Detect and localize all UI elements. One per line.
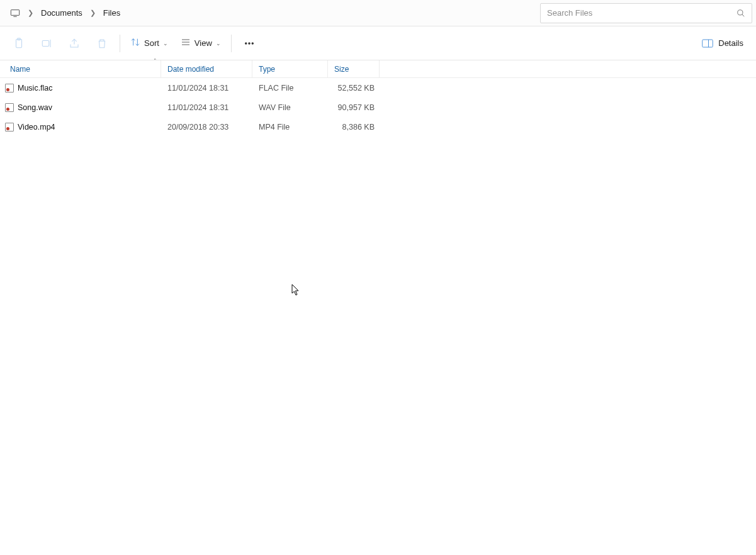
share-button	[60, 31, 88, 56]
view-label: View	[195, 38, 212, 48]
view-button[interactable]: View ⌄	[174, 31, 227, 56]
file-date: 11/01/2024 18:31	[161, 84, 252, 92]
media-file-icon	[5, 123, 14, 132]
chevron-right-icon[interactable]: ❯	[87, 0, 98, 26]
delete-button	[88, 31, 116, 56]
svg-rect-4	[16, 39, 22, 48]
file-row[interactable]: Video.mp4 20/09/2018 20:33 MP4 File 8,38…	[0, 117, 756, 137]
breadcrumb-item[interactable]: Documents	[36, 0, 87, 26]
toolbar-separator	[231, 35, 232, 52]
column-label: Size	[334, 65, 349, 74]
search-input[interactable]	[547, 8, 736, 18]
svg-line-3	[742, 14, 745, 16]
this-pc-icon[interactable]	[5, 0, 25, 26]
column-label: Name	[10, 65, 30, 74]
breadcrumb-item[interactable]: Files	[98, 0, 125, 26]
media-file-icon	[5, 84, 14, 92]
sort-ascending-icon: ˄	[154, 58, 157, 64]
sort-button[interactable]: Sort ⌄	[124, 31, 174, 56]
column-header-type[interactable]: Type	[252, 60, 328, 77]
file-type: FLAC File	[252, 84, 328, 92]
chevron-down-icon: ⌄	[163, 40, 168, 47]
file-size: 8,386 KB	[328, 123, 380, 132]
breadcrumb-label: Files	[103, 8, 120, 18]
file-type: WAV File	[252, 103, 328, 112]
svg-rect-14	[702, 40, 713, 47]
file-type: MP4 File	[252, 123, 328, 132]
svg-point-12	[249, 42, 250, 43]
chevron-down-icon: ⌄	[216, 40, 221, 47]
file-date: 11/01/2024 18:31	[161, 103, 252, 112]
list-icon	[181, 37, 191, 49]
details-label: Details	[718, 38, 743, 48]
file-row[interactable]: Song.wav 11/01/2024 18:31 WAV File 90,95…	[0, 98, 756, 117]
column-header-name[interactable]: Name ˄	[0, 60, 161, 77]
paste-button	[5, 31, 33, 56]
address-bar: ❯ Documents ❯ Files	[0, 0, 756, 26]
cursor-icon	[291, 284, 300, 296]
file-size: 90,957 KB	[328, 103, 380, 112]
rename-button	[33, 31, 60, 56]
file-size: 52,552 KB	[328, 84, 380, 92]
breadcrumb[interactable]: ❯ Documents ❯ Files	[0, 0, 540, 26]
sort-icon	[130, 37, 140, 49]
column-header-size[interactable]: Size	[328, 60, 380, 77]
media-file-icon	[5, 103, 14, 112]
svg-point-13	[252, 42, 253, 43]
column-header-date[interactable]: Date modified	[161, 60, 252, 77]
search-box[interactable]	[540, 3, 752, 23]
sort-label: Sort	[144, 38, 159, 48]
svg-rect-6	[42, 40, 49, 46]
svg-rect-0	[11, 9, 19, 15]
more-button[interactable]	[235, 31, 263, 56]
file-list[interactable]: Music.flac 11/01/2024 18:31 FLAC File 52…	[0, 78, 756, 137]
breadcrumb-label: Documents	[41, 8, 82, 18]
column-label: Type	[259, 65, 275, 74]
details-pane-button[interactable]: Details	[694, 31, 751, 56]
toolbar-separator	[120, 35, 120, 52]
file-name: Video.mp4	[18, 123, 55, 132]
svg-point-11	[245, 42, 246, 43]
file-name: Music.flac	[18, 84, 53, 92]
search-icon	[736, 9, 745, 18]
svg-point-2	[738, 9, 743, 14]
file-name: Song.wav	[18, 103, 52, 112]
column-label: Date modified	[167, 65, 214, 74]
toolbar: Sort ⌄ View ⌄ Details	[0, 26, 756, 60]
file-row[interactable]: Music.flac 11/01/2024 18:31 FLAC File 52…	[0, 78, 756, 98]
details-pane-icon	[702, 39, 713, 48]
chevron-right-icon[interactable]: ❯	[25, 0, 36, 26]
file-date: 20/09/2018 20:33	[161, 123, 252, 132]
column-headers: Name ˄ Date modified Type Size	[0, 60, 756, 78]
